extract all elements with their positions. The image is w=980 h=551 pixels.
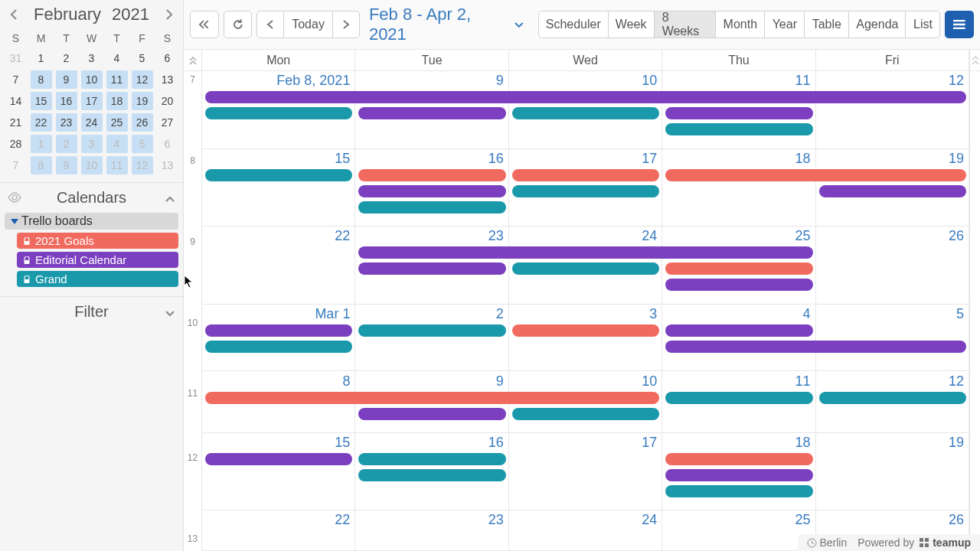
mini-day[interactable]: 13 — [155, 69, 180, 90]
event-bar[interactable] — [205, 453, 352, 465]
event-bar[interactable] — [358, 453, 505, 465]
mini-day[interactable]: 23 — [54, 112, 79, 133]
event-bar[interactable] — [358, 201, 505, 214]
day-cell[interactable]: 25 — [662, 510, 815, 550]
view-button-year[interactable]: Year — [764, 11, 805, 38]
mini-day[interactable]: 4 — [104, 47, 129, 69]
mini-day[interactable]: 10 — [79, 155, 104, 176]
event-bar[interactable] — [512, 262, 659, 275]
event-bar[interactable] — [358, 408, 505, 420]
collapse-weeks-button[interactable] — [184, 50, 201, 71]
prev-range-button[interactable] — [256, 11, 284, 38]
mini-day[interactable]: 1 — [28, 133, 54, 155]
event-bar[interactable] — [819, 392, 966, 404]
mini-day[interactable]: 2 — [54, 47, 79, 69]
mini-day[interactable]: 12 — [129, 69, 155, 90]
day-cell[interactable]: Mar 1 — [202, 305, 355, 371]
event-bar[interactable] — [819, 185, 966, 197]
event-bar[interactable] — [358, 246, 812, 259]
next-range-button[interactable] — [332, 11, 360, 38]
day-cell[interactable]: 15 — [202, 149, 355, 227]
day-cell[interactable]: 12 — [816, 71, 969, 148]
event-bar[interactable] — [358, 262, 505, 275]
view-button-agenda[interactable]: Agenda — [848, 11, 906, 38]
mini-day[interactable]: 26 — [129, 112, 155, 133]
event-bar[interactable] — [205, 324, 352, 337]
day-cell[interactable]: 19 — [816, 433, 969, 510]
day-cell[interactable]: 22 — [202, 227, 355, 304]
view-button-month[interactable]: Month — [715, 11, 765, 38]
event-bar[interactable] — [665, 485, 812, 497]
calendar-item[interactable]: 2021 Goals — [17, 233, 178, 249]
event-bar[interactable] — [665, 392, 812, 404]
event-bar[interactable] — [512, 185, 659, 197]
mini-day[interactable]: 7 — [3, 155, 28, 176]
mini-day[interactable]: 15 — [28, 90, 54, 112]
mini-day[interactable]: 28 — [3, 133, 28, 155]
mini-day[interactable]: 6 — [155, 133, 180, 155]
event-bar[interactable] — [665, 262, 812, 275]
mini-day[interactable]: 11 — [104, 69, 129, 90]
event-bar[interactable] — [512, 408, 659, 420]
mini-day[interactable]: 4 — [104, 133, 129, 155]
event-bar[interactable] — [665, 469, 812, 481]
mini-day[interactable]: 22 — [28, 112, 54, 133]
day-cell[interactable]: 15 — [202, 433, 355, 510]
filter-section-header[interactable]: Filter — [0, 297, 183, 327]
mini-day[interactable]: 9 — [54, 155, 79, 176]
mini-day[interactable]: 18 — [104, 90, 129, 112]
event-bar[interactable] — [665, 453, 812, 465]
mini-day[interactable]: 24 — [79, 112, 104, 133]
event-bar[interactable] — [665, 279, 812, 291]
mini-day[interactable]: 11 — [104, 155, 129, 176]
event-bar[interactable] — [205, 169, 352, 181]
mini-day[interactable]: 20 — [155, 90, 180, 112]
mini-day[interactable]: 3 — [79, 47, 104, 69]
mini-day[interactable]: 7 — [3, 69, 28, 90]
event-bar[interactable] — [205, 91, 966, 103]
calendar-item[interactable]: Grand — [17, 271, 178, 287]
event-bar[interactable] — [665, 341, 966, 353]
expand-days-button[interactable] — [970, 50, 980, 71]
mini-day[interactable]: 12 — [129, 155, 155, 176]
mini-day[interactable]: 17 — [79, 90, 104, 112]
view-button-week[interactable]: Week — [608, 11, 655, 38]
day-cell[interactable]: 5 — [816, 305, 969, 371]
event-bar[interactable] — [358, 469, 505, 481]
view-button-8-weeks[interactable]: 8 Weeks — [654, 11, 717, 38]
event-bar[interactable] — [205, 107, 352, 119]
event-bar[interactable] — [205, 392, 659, 404]
day-cell[interactable]: 17 — [509, 433, 662, 510]
date-range-selector[interactable]: Feb 8 - Apr 2, 2021 — [364, 5, 529, 44]
chevron-down-icon[interactable] — [165, 303, 175, 321]
day-cell[interactable]: 23 — [355, 510, 508, 550]
event-bar[interactable] — [665, 107, 812, 119]
timezone-label[interactable]: Berlin — [807, 536, 847, 549]
event-bar[interactable] — [358, 185, 505, 197]
collapse-sidebar-button[interactable] — [190, 11, 219, 38]
menu-button[interactable] — [945, 11, 974, 38]
mini-calendar[interactable]: SMTWTFS311234567891011121314151617181920… — [0, 29, 183, 176]
mini-day[interactable]: 13 — [155, 155, 180, 176]
calendars-section-header[interactable]: Calendars — [0, 183, 183, 213]
event-bar[interactable] — [665, 123, 812, 135]
event-bar[interactable] — [512, 169, 659, 181]
mini-next-button[interactable] — [162, 5, 177, 24]
mini-day[interactable]: 8 — [28, 155, 54, 176]
day-cell[interactable]: 24 — [509, 510, 662, 550]
mini-day[interactable]: 10 — [79, 69, 104, 90]
chevron-up-icon[interactable] — [165, 189, 175, 207]
mini-day[interactable]: 25 — [104, 112, 129, 133]
mini-day[interactable]: 3 — [79, 133, 104, 155]
event-bar[interactable] — [358, 107, 505, 119]
event-bar[interactable] — [512, 324, 659, 337]
mini-day[interactable]: 19 — [129, 90, 155, 112]
view-button-scheduler[interactable]: Scheduler — [538, 11, 608, 38]
event-bar[interactable] — [358, 169, 505, 181]
mini-prev-button[interactable] — [6, 5, 21, 24]
mini-day[interactable]: 21 — [3, 112, 28, 133]
mini-day[interactable]: 5 — [129, 47, 155, 69]
today-button[interactable]: Today — [283, 11, 333, 38]
view-button-list[interactable]: List — [905, 11, 940, 38]
mini-day[interactable]: 31 — [3, 47, 28, 69]
